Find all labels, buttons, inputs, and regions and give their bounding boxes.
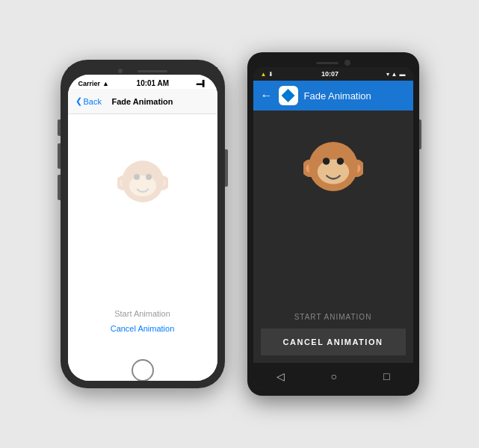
ios-navbar: ❮ Back Fade Animation [68, 89, 217, 114]
ios-monkey-image [113, 152, 173, 211]
ios-mute-button [58, 119, 61, 136]
wifi-icon: ▾ [386, 71, 389, 78]
android-screen: ▲ ⬇ 10:07 ▾ ▲ ▬ ← Fade Animation [253, 67, 413, 390]
chevron-left-icon: ❮ [75, 96, 82, 106]
ios-time: 10:01 AM [137, 79, 170, 87]
android-nav-back[interactable]: ◁ [276, 370, 285, 382]
android-statusbar: ▲ ⬇ 10:07 ▾ ▲ ▬ [253, 67, 413, 81]
ios-top-notch [68, 67, 217, 75]
android-actions: START ANIMATION CANCEL ANIMATION [261, 305, 406, 355]
ios-screen: Carrier ▲ 10:01 AM ▬▌ ❮ Back Fade Animat… [68, 75, 217, 381]
svg-point-15 [336, 158, 343, 164]
ios-nav-title: Fade Animation [111, 97, 173, 106]
svg-point-5 [129, 175, 156, 196]
xamarin-logo [282, 89, 295, 102]
android-speaker [316, 62, 339, 64]
svg-point-6 [134, 174, 140, 180]
ios-back-button[interactable]: ❮ Back [75, 96, 102, 106]
android-time: 10:07 [321, 70, 339, 78]
svg-point-13 [317, 160, 348, 184]
android-back-button[interactable]: ← [261, 89, 273, 102]
android-cancel-button[interactable]: CANCEL ANIMATION [261, 329, 406, 355]
download-icon: ⬇ [268, 71, 274, 78]
svg-point-7 [146, 174, 152, 180]
signal-icon: ▲ [392, 71, 398, 78]
android-nav-recents[interactable]: □ [383, 370, 389, 382]
ios-phone: Carrier ▲ 10:01 AM ▬▌ ❮ Back Fade Animat… [61, 60, 225, 388]
android-toolbar: ← Fade Animation [253, 81, 413, 111]
android-power-button [419, 119, 421, 149]
ios-home-indicator [68, 360, 217, 381]
android-start-button[interactable]: START ANIMATION [261, 305, 406, 329]
ios-home-button[interactable] [132, 359, 154, 381]
android-monkey-image [300, 133, 367, 200]
android-notif-icons: ▲ ⬇ [261, 71, 274, 78]
ios-volume-up-button [58, 143, 61, 169]
ios-camera [118, 69, 123, 73]
ios-carrier: Carrier ▲ [78, 80, 109, 87]
svg-point-14 [322, 158, 329, 164]
warning-icon: ▲ [261, 71, 267, 78]
ios-volume-down-button [58, 175, 61, 200]
monkey-svg [117, 156, 168, 207]
app-logo [279, 86, 298, 105]
ios-power-button [225, 149, 228, 187]
android-camera [344, 60, 350, 66]
android-sys-icons: ▾ ▲ ▬ [386, 71, 406, 78]
battery-icon: ▬ [400, 71, 406, 78]
android-phone: ▲ ⬇ 10:07 ▾ ▲ ▬ ← Fade Animation [247, 52, 419, 396]
ios-start-button[interactable]: Start Animation [114, 309, 170, 318]
android-nav-home[interactable]: ○ [331, 370, 337, 382]
android-monkey-svg [303, 137, 363, 196]
ios-statusbar: Carrier ▲ 10:01 AM ▬▌ [68, 75, 217, 89]
ios-actions: Start Animation Cancel Animation [75, 309, 210, 345]
ios-cancel-button[interactable]: Cancel Animation [111, 324, 175, 333]
android-top-area [253, 58, 413, 67]
ios-content: Start Animation Cancel Animation [68, 114, 217, 360]
android-toolbar-title: Fade Animation [304, 90, 371, 102]
ios-speaker [137, 70, 167, 72]
battery-icon: ▬▌ [197, 80, 207, 87]
ios-battery-area: ▬▌ [197, 80, 207, 87]
android-navbar: ◁ ○ □ [253, 363, 413, 390]
wifi-icon: ▲ [102, 80, 109, 87]
android-content: START ANIMATION CANCEL ANIMATION [253, 111, 413, 363]
